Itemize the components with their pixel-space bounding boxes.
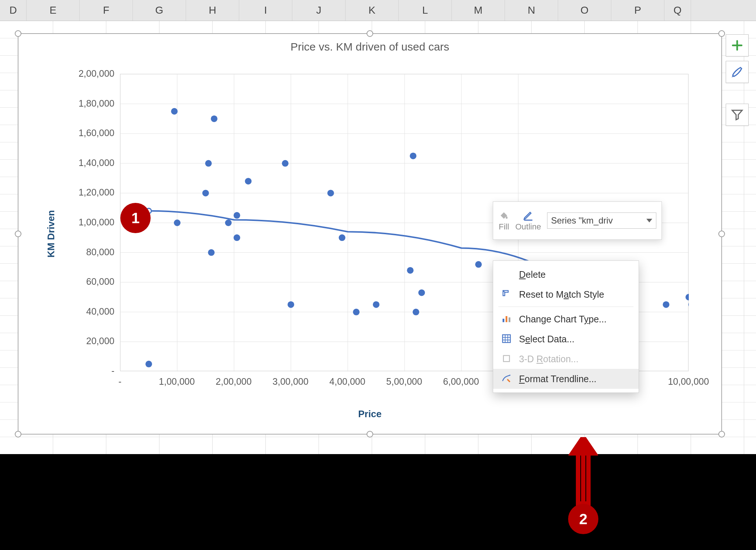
- series-dropdown-text: Series "km_driv: [551, 215, 613, 226]
- menu-delete[interactable]: Delete: [493, 264, 639, 284]
- data-point[interactable]: [685, 294, 689, 301]
- col-header-g[interactable]: G: [133, 0, 186, 21]
- menu-select-data[interactable]: Select Data...: [493, 329, 639, 349]
- data-point[interactable]: [234, 212, 240, 219]
- chart-type-icon: [501, 314, 512, 325]
- data-point[interactable]: [171, 108, 178, 115]
- annotation-badge-2: 2: [568, 504, 598, 534]
- col-header-o[interactable]: O: [558, 0, 611, 21]
- fill-label: Fill: [499, 222, 509, 232]
- x-tick-label: 5,00,000: [382, 376, 426, 387]
- annotation-arrow: [568, 437, 598, 512]
- y-tick-label: 40,000: [63, 306, 114, 317]
- rotation-3d-icon: [501, 353, 512, 364]
- data-point[interactable]: [174, 219, 181, 226]
- y-tick-label: 1,20,000: [63, 187, 114, 198]
- resize-handle-bottom-right[interactable]: [718, 431, 725, 437]
- col-header-f[interactable]: F: [80, 0, 133, 21]
- paintbrush-icon: [731, 65, 744, 79]
- resize-handle-top-right[interactable]: [718, 30, 725, 37]
- col-header-e[interactable]: E: [27, 0, 80, 21]
- col-header-p[interactable]: P: [611, 0, 664, 21]
- resize-handle-left[interactable]: [15, 231, 21, 237]
- data-point[interactable]: [475, 261, 482, 268]
- resize-handle-right[interactable]: [718, 231, 725, 237]
- menu-reset-match-style[interactable]: Reset to Match Style: [493, 284, 639, 304]
- data-point[interactable]: [373, 301, 379, 308]
- reset-icon: [501, 289, 512, 300]
- y-tick-label: 20,000: [63, 336, 114, 346]
- data-point[interactable]: [418, 289, 425, 296]
- col-header-d[interactable]: D: [0, 0, 27, 21]
- data-point[interactable]: [211, 115, 217, 122]
- data-point[interactable]: [282, 160, 289, 167]
- col-header-l[interactable]: L: [399, 0, 452, 21]
- menu-3d-rotation: 3-D Rotation...: [493, 349, 639, 369]
- svg-rect-25: [504, 356, 509, 362]
- data-point[interactable]: [407, 267, 413, 274]
- data-point[interactable]: [234, 234, 240, 241]
- funnel-icon: [731, 108, 744, 121]
- data-point[interactable]: [145, 361, 152, 367]
- plus-icon: [731, 39, 744, 52]
- data-point[interactable]: [339, 234, 346, 241]
- chart-filters-button[interactable]: [726, 104, 749, 126]
- bottom-black-bar: [0, 454, 756, 550]
- fill-button[interactable]: Fill: [498, 210, 509, 232]
- svg-rect-23: [509, 318, 511, 322]
- data-point[interactable]: [245, 178, 252, 184]
- data-point[interactable]: [202, 190, 209, 196]
- x-tick-label: 3,00,000: [268, 376, 313, 387]
- col-header-q[interactable]: Q: [664, 0, 691, 21]
- data-point[interactable]: [353, 309, 360, 315]
- chart-elements-button[interactable]: [726, 34, 749, 56]
- svg-rect-20: [524, 220, 533, 221]
- data-point[interactable]: [410, 153, 416, 159]
- annotation-badge-1: 1: [120, 203, 151, 233]
- y-tick-label: 2,00,000: [63, 68, 114, 79]
- series-dropdown[interactable]: Series "km_driv: [547, 212, 656, 229]
- data-point[interactable]: [288, 301, 294, 308]
- col-header-m[interactable]: M: [452, 0, 505, 21]
- resize-handle-bottom-left[interactable]: [15, 431, 21, 437]
- column-headers: D E F G H I J K L M N O P Q: [0, 0, 756, 21]
- data-point[interactable]: [663, 301, 669, 308]
- col-header-h[interactable]: H: [186, 0, 239, 21]
- data-point[interactable]: [205, 160, 212, 167]
- menu-change-chart-type[interactable]: Change Chart Type...: [493, 309, 639, 329]
- x-axis-title[interactable]: Price: [18, 408, 721, 420]
- blank-icon: [501, 269, 512, 280]
- col-header-i[interactable]: I: [239, 0, 292, 21]
- y-tick-label: 1,60,000: [63, 128, 114, 138]
- data-point[interactable]: [327, 190, 334, 196]
- resize-handle-top-left[interactable]: [15, 30, 21, 37]
- y-tick-label: 1,40,000: [63, 158, 114, 168]
- menu-delete-label: elete: [526, 269, 546, 280]
- svg-rect-21: [503, 319, 505, 322]
- x-tick-label: 1,00,000: [155, 376, 199, 387]
- y-tick-label: 80,000: [63, 247, 114, 257]
- col-header-j[interactable]: J: [292, 0, 346, 21]
- select-data-icon: [501, 333, 512, 345]
- col-header-k[interactable]: K: [346, 0, 399, 21]
- y-tick-label: -: [63, 366, 114, 376]
- y-axis-title[interactable]: KM Driven: [45, 210, 57, 258]
- data-point[interactable]: [413, 309, 419, 315]
- x-tick-label: 10,00,000: [666, 376, 711, 387]
- svg-rect-24: [503, 335, 511, 343]
- menu-format-trendline[interactable]: Format Trendline...: [493, 369, 639, 389]
- outline-label: Outline: [515, 222, 541, 232]
- outline-button[interactable]: Outline: [515, 210, 541, 232]
- x-tick-label: -: [98, 376, 142, 387]
- chart-styles-button[interactable]: [726, 61, 749, 83]
- fill-bucket-icon: [498, 210, 509, 221]
- data-point[interactable]: [208, 249, 214, 256]
- format-trendline-icon: [501, 373, 512, 384]
- svg-rect-22: [506, 316, 508, 322]
- x-tick-label: 2,00,000: [212, 376, 256, 387]
- resize-handle-top[interactable]: [367, 30, 373, 37]
- col-header-n[interactable]: N: [505, 0, 558, 21]
- resize-handle-bottom[interactable]: [367, 431, 373, 437]
- y-tick-label: 60,000: [63, 276, 114, 287]
- data-point[interactable]: [225, 219, 232, 226]
